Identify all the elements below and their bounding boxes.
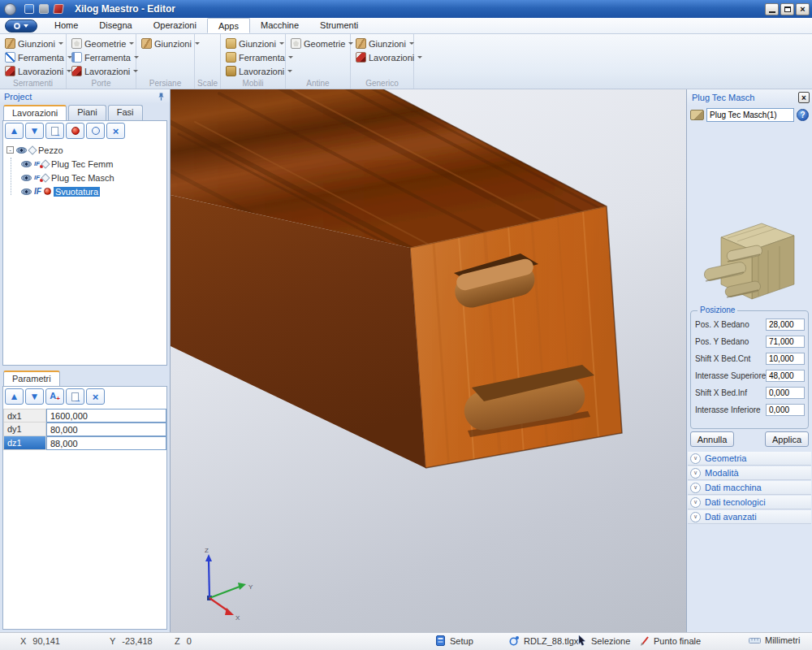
collapse-icon[interactable]: -	[6, 146, 14, 154]
param-value-dy1[interactable]	[46, 422, 166, 436]
eye-icon[interactable]	[21, 188, 32, 195]
mobili-giunzioni-button[interactable]: Giunzioni	[224, 37, 285, 50]
applica-button[interactable]: Applica	[765, 431, 809, 447]
lamp-off-icon	[92, 127, 100, 135]
field-label: Pos. X Bedano	[695, 320, 766, 329]
tab-apps[interactable]: Apps	[207, 18, 250, 33]
tab-disegna[interactable]: Disegna	[89, 18, 142, 33]
statusbar-setup[interactable]: Setup	[436, 635, 473, 646]
tree-item-plug-tec-masch[interactable]: IF Plug Tec Masch	[3, 171, 166, 184]
tab-strumenti[interactable]: Strumenti	[309, 18, 369, 33]
param-value-dx1[interactable]	[46, 409, 166, 422]
tab-lavorazioni[interactable]: Lavorazioni	[3, 105, 67, 120]
param-name-dy1[interactable]: dy1	[3, 422, 46, 436]
close-icon: ×	[801, 93, 806, 102]
tree-item-plug-tec-femm[interactable]: IF Plug Tec Femm	[3, 157, 166, 171]
generico-lavorazioni-button[interactable]: Lavorazioni	[354, 50, 413, 64]
geometrie-icon	[291, 38, 301, 49]
ribbon-group-generico: Giunzioni Lavorazioni Generico	[351, 34, 414, 89]
serramenti-lavorazioni-button[interactable]: Lavorazioni	[3, 64, 66, 78]
serramenti-ferramenta-button[interactable]: Ferramenta	[3, 50, 66, 64]
group-caption: Mobili	[221, 79, 285, 88]
close-button[interactable]: ×	[796, 3, 810, 15]
plug-name-input[interactable]	[706, 108, 794, 122]
giunzioni-icon	[356, 38, 366, 49]
accordion-dati-tecnologici[interactable]: ∨ Dati tecnologici	[688, 496, 811, 509]
generico-giunzioni-button[interactable]: Giunzioni	[354, 37, 413, 50]
delete-button[interactable]: ×	[106, 123, 125, 139]
eye-icon[interactable]	[21, 161, 32, 167]
persiane-giunzioni-button[interactable]: Giunzioni	[140, 37, 194, 50]
minimize-button[interactable]	[765, 3, 779, 15]
lamp-off-button[interactable]	[86, 123, 105, 139]
tab-fasi[interactable]: Fasi	[108, 105, 143, 120]
panel-close-button[interactable]: ×	[798, 92, 810, 103]
move-down-button[interactable]: ▼	[25, 123, 44, 139]
mobili-lavorazioni-button[interactable]: Lavorazioni	[224, 64, 285, 78]
parametri-area: ▲ ▼ A+ × dx1 dy1 dz1	[2, 386, 167, 630]
porte-ferramenta-button[interactable]: Ferramenta	[70, 50, 136, 64]
statusbar-millimetri[interactable]: Millimetri	[749, 635, 800, 645]
interasse-superiore-input[interactable]	[766, 370, 805, 382]
eye-icon[interactable]	[21, 175, 32, 181]
undo-icon[interactable]	[39, 4, 49, 14]
app-logo-icon[interactable]	[4, 3, 16, 15]
pin-icon[interactable]	[157, 92, 166, 102]
shift-x-bed-inf-input[interactable]	[766, 387, 805, 399]
application-menu-button[interactable]	[5, 20, 37, 32]
shift-x-bed-cnt-input[interactable]	[766, 353, 805, 365]
move-up-button[interactable]: ▲	[5, 123, 24, 139]
tab-macchine[interactable]: Macchine	[250, 18, 309, 33]
serramenti-giunzioni-button[interactable]: Giunzioni	[3, 37, 66, 50]
antine-geometrie-button[interactable]: Geometrie	[289, 37, 350, 50]
tree-toolbar: ▲ ▼ ×	[3, 121, 166, 141]
param-move-up-button[interactable]: ▲	[5, 388, 24, 405]
tab-piani[interactable]: Piani	[68, 105, 106, 120]
tab-operazioni[interactable]: Operazioni	[143, 18, 207, 33]
tab-home[interactable]: Home	[44, 18, 89, 33]
porte-lavorazioni-button[interactable]: Lavorazioni	[70, 64, 136, 78]
eye-icon[interactable]	[16, 147, 27, 154]
param-name-dz1[interactable]: dz1	[3, 436, 46, 450]
save-icon[interactable]	[24, 4, 34, 14]
param-delete-button[interactable]: ×	[86, 388, 105, 405]
restore-button[interactable]	[780, 3, 794, 15]
pos-x-bedano-input[interactable]	[766, 318, 805, 331]
param-move-down-button[interactable]: ▼	[25, 388, 44, 405]
pos-y-bedano-input[interactable]	[766, 336, 805, 348]
lamp-on-button[interactable]	[66, 123, 84, 139]
print-icon[interactable]	[53, 4, 64, 14]
ribbon-group-antine: Geometrie Antine	[286, 34, 351, 89]
mobili-ferramenta-button[interactable]: Ferramenta	[224, 50, 285, 64]
viewport-3d[interactable]: Z Y X	[171, 89, 686, 632]
tree-item-svuotatura[interactable]: IF Svuotatura	[3, 184, 166, 198]
help-button[interactable]: ?	[797, 109, 809, 121]
accordion-geometria[interactable]: ∨ Geometria	[688, 452, 811, 466]
param-value-dz1[interactable]	[46, 436, 166, 450]
add-parameter-icon: A+	[50, 392, 60, 402]
posizione-legend: Posizione	[698, 306, 737, 314]
accordion-modalita[interactable]: ∨ Modalità	[688, 466, 811, 480]
accordion: ∨ Geometria ∨ Modalità ∨ Dati macchina ∨…	[688, 452, 811, 525]
add-parameter-button[interactable]: A+	[45, 388, 64, 405]
accordion-dati-macchina[interactable]: ∨ Dati macchina	[688, 481, 811, 495]
accordion-dati-avanzati[interactable]: ∨ Dati avanzati	[688, 510, 811, 524]
annulla-button[interactable]: Annulla	[690, 431, 734, 447]
group-caption: Serramenti	[0, 79, 66, 88]
project-tabs: Lavorazioni Piani Fasi	[0, 104, 170, 120]
porte-geometrie-button[interactable]: Geometrie	[70, 37, 136, 50]
diamond-icon	[28, 145, 37, 154]
export-button[interactable]	[45, 123, 64, 139]
statusbar-filename[interactable]: RDLZ_88.tlgx	[509, 635, 578, 646]
interasse-inferiore-input[interactable]	[766, 404, 805, 416]
statusbar-punto-finale[interactable]: Punto finale	[640, 635, 701, 646]
param-export-button[interactable]	[66, 388, 84, 405]
plug-name-row: ?	[690, 108, 809, 122]
tab-parametri[interactable]: Parametri	[3, 370, 60, 386]
close-icon: ×	[800, 5, 805, 14]
project-panel-header: Project	[0, 89, 170, 104]
statusbar-selezione[interactable]: Selezione	[578, 635, 630, 646]
plug-tec-masch-panel: Plug Tec Masch × ?	[686, 89, 812, 632]
param-name-dx1[interactable]: dx1	[3, 409, 46, 422]
tree-item-pezzo[interactable]: - Pezzo	[3, 143, 166, 157]
